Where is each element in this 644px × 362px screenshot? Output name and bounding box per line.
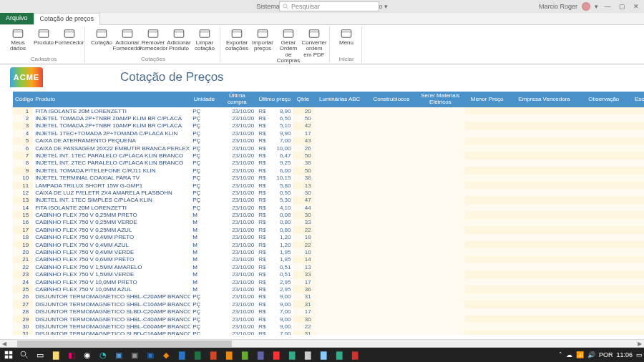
cell[interactable] xyxy=(313,308,366,315)
cell[interactable] xyxy=(416,263,464,270)
cell[interactable] xyxy=(510,263,579,270)
cell[interactable] xyxy=(313,234,366,241)
cell[interactable]: DISJUNTOR TERMOMAGNETICO SHBL-C40AMP BRA… xyxy=(33,315,190,323)
table-row[interactable]: 9INJETEL TOMADA P/TELEFONE C/RJ11 KLINPÇ… xyxy=(13,167,644,174)
cell[interactable] xyxy=(579,293,629,300)
cell[interactable] xyxy=(579,175,629,182)
meus-dados-button[interactable]: Meus dados xyxy=(6,27,30,52)
taskbar-app-icon[interactable]: ▣ xyxy=(127,348,142,362)
cell[interactable] xyxy=(366,152,416,159)
cell[interactable] xyxy=(579,271,629,278)
cell[interactable]: INJETEL TERMINAL COAXIAL PARA TV xyxy=(33,175,190,182)
cell[interactable]: 47 xyxy=(293,197,313,204)
cell[interactable]: R$10,00 xyxy=(256,145,293,152)
cell[interactable] xyxy=(464,308,510,315)
clock[interactable]: 11:06 xyxy=(616,351,633,358)
cell[interactable]: INJETEL TOMADA P/TELEFONE C/RJ11 KLIN xyxy=(33,167,190,174)
cell[interactable] xyxy=(416,226,464,233)
cell[interactable]: CABINHO FLEX 750 V 0,6MM PRETO xyxy=(33,256,190,263)
cell[interactable] xyxy=(510,285,579,293)
cell[interactable] xyxy=(464,189,510,196)
cell[interactable] xyxy=(464,167,510,174)
cell[interactable] xyxy=(366,160,416,167)
cell[interactable] xyxy=(416,107,464,114)
cell[interactable] xyxy=(464,160,510,167)
cell[interactable] xyxy=(579,308,629,315)
cell[interactable] xyxy=(313,271,366,278)
cell[interactable] xyxy=(366,197,416,204)
cell[interactable] xyxy=(510,271,579,278)
cell[interactable]: PÇ xyxy=(190,152,218,159)
cell[interactable]: DISJUNTOR TERMOMAGNETICO SHBL-C10AMP BRA… xyxy=(33,300,190,308)
cell[interactable]: 17 xyxy=(293,278,313,285)
cell[interactable] xyxy=(629,234,644,241)
cell[interactable] xyxy=(416,293,464,300)
cell[interactable]: R$6,50 xyxy=(256,114,293,122)
cell[interactable]: 18 xyxy=(293,234,313,241)
cell[interactable]: R$10,15 xyxy=(256,175,293,182)
cell[interactable]: 23/10/20 xyxy=(218,189,257,196)
cell[interactable] xyxy=(579,107,629,114)
word-icon[interactable]: ▇ xyxy=(175,348,189,362)
cell[interactable] xyxy=(464,234,510,241)
cell[interactable]: 22 xyxy=(293,323,313,330)
cell[interactable] xyxy=(579,137,629,145)
search-input[interactable]: Pesquisar xyxy=(279,1,379,11)
cell[interactable] xyxy=(464,263,510,270)
cell[interactable]: 13 xyxy=(13,197,33,204)
cell[interactable] xyxy=(464,285,510,293)
cell[interactable]: PÇ xyxy=(190,114,218,122)
cell[interactable] xyxy=(416,160,464,167)
taskbar-app-icon[interactable]: ▇ xyxy=(301,348,315,362)
table-row[interactable]: 27DISJUNTOR TERMOMAGNETICO SHBL-C10AMP B… xyxy=(13,300,644,308)
cell[interactable]: M xyxy=(190,226,218,233)
cell[interactable] xyxy=(579,197,629,204)
powerpoint-icon[interactable]: ▇ xyxy=(206,348,220,362)
cell[interactable] xyxy=(366,107,416,114)
cell[interactable]: 14 xyxy=(293,256,313,263)
cell[interactable]: 23/10/20 xyxy=(218,137,257,145)
cell[interactable] xyxy=(464,256,510,263)
cell[interactable]: R$0,50 xyxy=(256,189,293,196)
cell[interactable]: PÇ xyxy=(190,323,218,330)
cell[interactable]: PÇ xyxy=(190,308,218,315)
cell[interactable] xyxy=(416,122,464,129)
minimize-button[interactable]: — xyxy=(602,3,613,10)
cell[interactable]: 33 xyxy=(293,219,313,226)
tray-chevron-icon[interactable]: ˄ xyxy=(559,351,562,358)
cell[interactable]: R$0,51 xyxy=(256,263,293,270)
cell[interactable]: M xyxy=(190,234,218,241)
cell[interactable]: PÇ xyxy=(190,300,218,308)
cell[interactable] xyxy=(579,160,629,167)
scroll-left-arrow[interactable]: ◀ xyxy=(0,340,9,348)
cell[interactable] xyxy=(629,145,644,152)
table-row[interactable]: 25CABINHO FLEX 750 V 10,0MM AZULM23/10/2… xyxy=(13,285,644,293)
cell[interactable] xyxy=(629,137,644,145)
cell[interactable]: 22 xyxy=(293,226,313,233)
cell[interactable]: PÇ xyxy=(190,204,218,211)
cell[interactable] xyxy=(366,137,416,145)
excel-icon[interactable]: ▇ xyxy=(190,348,205,362)
cell[interactable] xyxy=(464,226,510,233)
cell[interactable]: 23/10/20 xyxy=(218,293,257,300)
cell[interactable]: 31 xyxy=(293,293,313,300)
cell[interactable] xyxy=(313,137,366,145)
cell[interactable] xyxy=(416,315,464,323)
cell[interactable]: R$1,95 xyxy=(256,248,293,255)
table-row[interactable]: 29DISJUNTOR TERMOMAGNETICO SHBL-C40AMP B… xyxy=(13,315,644,323)
cell[interactable]: CABINHO FLEX 750 V 1,5MM VERDE xyxy=(33,271,190,278)
cell[interactable]: R$8,90 xyxy=(256,107,293,114)
cell[interactable] xyxy=(366,315,416,323)
cell[interactable]: R$7,00 xyxy=(256,331,293,335)
cell[interactable] xyxy=(510,114,579,122)
column-header[interactable]: Observação xyxy=(579,92,629,107)
cell[interactable] xyxy=(510,300,579,308)
cell[interactable]: PÇ xyxy=(190,129,218,137)
cell[interactable]: 22 xyxy=(293,241,313,248)
cell[interactable] xyxy=(579,263,629,270)
scroll-right-arrow[interactable]: ▶ xyxy=(635,340,644,348)
column-header[interactable]: Última compra xyxy=(218,92,257,107)
cell[interactable] xyxy=(510,204,579,211)
cell[interactable] xyxy=(313,160,366,167)
cell[interactable]: M xyxy=(190,285,218,293)
